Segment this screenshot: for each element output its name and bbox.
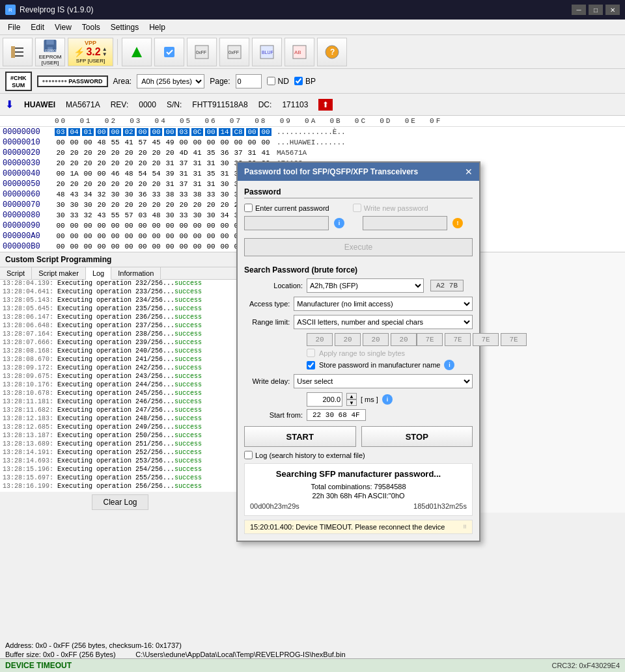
chip-id-button[interactable]: 0xFF xyxy=(219,38,249,66)
hex-byte[interactable]: 37 xyxy=(178,159,189,167)
hex-byte[interactable]: 00 xyxy=(96,170,107,178)
hex-byte[interactable]: 00 xyxy=(123,243,135,250)
hex-byte[interactable]: 00 xyxy=(68,232,80,240)
delay-info-icon[interactable]: i xyxy=(382,394,393,405)
hex-byte[interactable]: 20 xyxy=(68,159,80,167)
log-checkbox[interactable] xyxy=(244,451,253,459)
hex-byte[interactable]: 46 xyxy=(109,170,121,178)
hex-byte[interactable]: 00 xyxy=(82,243,94,250)
hex-byte[interactable]: 00 xyxy=(246,128,258,136)
hex-byte[interactable]: 00 xyxy=(205,222,217,230)
hex-byte[interactable]: 00 xyxy=(260,139,271,146)
hex-byte[interactable]: 00 xyxy=(246,139,258,146)
dialog-close-button[interactable]: ✕ xyxy=(465,167,473,177)
menu-tools[interactable]: Tools xyxy=(77,21,105,33)
hex-byte[interactable]: 31 xyxy=(164,180,176,188)
hex-byte[interactable]: 00 xyxy=(82,139,94,146)
hex-byte[interactable]: 38 xyxy=(164,191,176,198)
hex-byte[interactable]: 57 xyxy=(123,211,135,219)
current-pw-input[interactable]: 00 00 10 11 xyxy=(244,216,329,230)
execute-button[interactable]: Execute xyxy=(244,238,473,256)
hex-byte[interactable]: 20 xyxy=(82,159,94,167)
hex-byte[interactable]: 20 xyxy=(191,201,203,209)
hex-byte[interactable]: 54 xyxy=(150,170,162,178)
hex-byte[interactable]: 00 xyxy=(68,222,80,230)
delay-ms-input[interactable] xyxy=(307,392,342,407)
hex-byte[interactable]: 36 xyxy=(219,149,230,157)
hex-byte[interactable]: 00 xyxy=(137,128,148,136)
hex-byte[interactable]: 20 xyxy=(123,201,135,209)
hex-byte[interactable]: 30 xyxy=(123,191,135,198)
current-pw-info-icon[interactable]: i xyxy=(334,218,344,228)
menu-edit[interactable]: Edit xyxy=(25,21,49,33)
hex-byte[interactable]: 33 xyxy=(205,191,217,198)
close-button[interactable]: ✕ xyxy=(605,5,620,15)
hex-byte[interactable]: 20 xyxy=(150,149,162,157)
download-icon[interactable]: ⬇ xyxy=(5,98,14,111)
hex-byte[interactable]: 34 xyxy=(82,191,94,198)
hex-byte[interactable]: 00 xyxy=(82,170,94,178)
hex-byte[interactable]: 37 xyxy=(178,180,189,188)
upload-icon[interactable]: ⬆ xyxy=(318,99,333,111)
hex-byte[interactable]: 00 xyxy=(205,139,217,146)
password-button[interactable]: ●●●●●●●● PASSWORD xyxy=(37,75,108,87)
range-from-0[interactable] xyxy=(307,333,333,346)
range-to-3[interactable] xyxy=(501,333,527,346)
save-eeprom-button[interactable]: EEPROM EEPROM[USER] xyxy=(35,38,65,66)
hex-byte[interactable]: 00 xyxy=(191,232,203,240)
hex-byte[interactable]: 00 xyxy=(164,232,176,240)
tab-information[interactable]: Information xyxy=(111,267,161,279)
hex-byte[interactable]: 00 xyxy=(178,243,189,250)
bp-checkbox[interactable] xyxy=(294,77,303,85)
hex-byte[interactable]: 31 xyxy=(205,180,217,188)
hex-byte[interactable]: 00 xyxy=(219,232,230,240)
edit-button[interactable]: AB xyxy=(285,38,314,66)
maximize-button[interactable]: □ xyxy=(589,5,603,15)
apply-range-checkbox[interactable] xyxy=(307,349,315,357)
hex-byte[interactable]: 45 xyxy=(150,139,162,146)
hex-byte[interactable]: 02 xyxy=(123,128,135,136)
hex-byte[interactable]: 00 xyxy=(191,222,203,230)
hex-byte[interactable]: 20 xyxy=(55,180,66,188)
hex-byte[interactable]: 00 xyxy=(219,222,230,230)
hex-byte[interactable]: 43 xyxy=(96,211,107,219)
tab-log[interactable]: Log xyxy=(86,267,111,280)
menu-file[interactable]: File xyxy=(3,21,25,33)
range-to-1[interactable] xyxy=(445,333,471,346)
hex-byte[interactable]: 55 xyxy=(109,211,121,219)
hex-byte[interactable]: 48 xyxy=(123,170,135,178)
menu-view[interactable]: View xyxy=(49,21,77,33)
hex-byte[interactable]: 00 xyxy=(150,222,162,230)
hex-byte[interactable]: 20 xyxy=(96,180,107,188)
hex-byte[interactable]: 00 xyxy=(219,243,230,250)
access-type-select[interactable]: Manufacturer (no limit access) xyxy=(294,297,473,311)
range-from-3[interactable] xyxy=(391,333,417,346)
hex-byte[interactable]: 20 xyxy=(150,201,162,209)
hex-byte[interactable]: 00 xyxy=(205,232,217,240)
minimize-button[interactable]: ─ xyxy=(572,5,586,15)
hex-byte[interactable]: 00 xyxy=(55,139,66,146)
store-password-info-icon[interactable]: i xyxy=(444,360,454,370)
read-button[interactable] xyxy=(122,38,152,66)
hex-byte[interactable]: 33 xyxy=(178,191,189,198)
hex-byte[interactable]: 20 xyxy=(123,159,135,167)
hex-byte[interactable]: 4D xyxy=(178,149,189,157)
hex-byte[interactable]: 48 xyxy=(55,191,66,198)
hex-byte[interactable]: 32 xyxy=(96,191,107,198)
hex-byte[interactable]: 33 xyxy=(68,211,80,219)
write-delay-select[interactable]: User select xyxy=(294,374,473,388)
area-select[interactable]: A0h (256 bytes) A2h (256 bytes) xyxy=(137,74,204,88)
open-button[interactable] xyxy=(3,38,33,66)
hex-byte[interactable]: 37 xyxy=(232,149,244,157)
write-button[interactable] xyxy=(154,38,184,66)
write-new-pw-checkbox[interactable] xyxy=(353,204,361,212)
hex-byte[interactable]: 20 xyxy=(150,159,162,167)
hex-byte[interactable]: 00 xyxy=(68,243,80,250)
hex-byte[interactable]: 34 xyxy=(219,211,230,219)
hex-byte[interactable]: 00 xyxy=(178,232,189,240)
hex-byte[interactable]: 00 xyxy=(150,128,162,136)
hex-byte[interactable]: 00 xyxy=(68,139,80,146)
hex-byte[interactable]: 00 xyxy=(109,128,121,136)
hex-byte[interactable]: 30 xyxy=(164,211,176,219)
new-pw-input[interactable]: 00 00 10 11 xyxy=(363,216,447,230)
